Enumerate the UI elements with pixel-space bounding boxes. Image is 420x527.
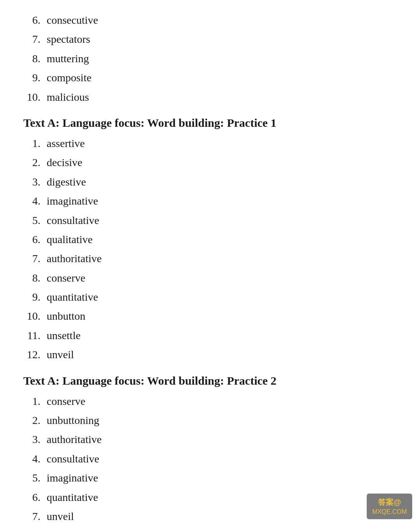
list-item: 7.unveil (23, 508, 397, 525)
item-word: spectators (47, 31, 90, 47)
list-item: 8.conserve (23, 270, 397, 286)
item-word: conserve (47, 270, 86, 286)
watermark-line2: MXQE.COM (372, 508, 407, 516)
item-number: 4. (23, 193, 47, 209)
item-number: 5. (23, 212, 47, 229)
list-item: 1.conserve (23, 393, 397, 410)
list-item: 1.assertive (23, 135, 397, 152)
list-item: 6.quantitative (23, 489, 397, 506)
item-word: decisive (47, 154, 82, 171)
item-number: 8. (23, 50, 47, 67)
item-word: composite (47, 69, 91, 86)
item-number: 1. (23, 393, 47, 410)
section2-heading: Text A: Language focus: Word building: P… (23, 374, 397, 387)
list-item: 3.digestive (23, 173, 397, 190)
section1: Text A: Language focus: Word building: P… (23, 116, 397, 363)
item-word: quantitative (47, 489, 98, 506)
item-word: unveil (47, 508, 74, 525)
item-word: qualitative (47, 231, 93, 248)
list-item: 3.authoritative (23, 431, 397, 448)
item-number: 3. (23, 173, 47, 190)
list-item: 6.qualitative (23, 231, 397, 248)
item-number: 7. (23, 31, 47, 47)
item-number: 2. (23, 154, 47, 171)
list-item: 8.muttering (23, 50, 397, 67)
item-number: 8. (23, 270, 47, 286)
item-number: 6. (23, 231, 47, 248)
item-word: imaginative (47, 193, 98, 209)
item-number: 9. (23, 69, 47, 86)
list-item: 9.quantitative (23, 289, 397, 305)
list-item: 12.unveil (23, 346, 397, 363)
item-number: 7. (23, 250, 47, 267)
item-word: consecutive (47, 12, 98, 28)
item-number: 10. (23, 89, 47, 105)
item-number: 9. (23, 289, 47, 305)
item-number: 11. (23, 327, 47, 344)
list-item: 4.consultative (23, 450, 397, 467)
list-item: 9.composite (23, 69, 397, 86)
list-item: 10.unbutton (23, 308, 397, 324)
item-word: unsettle (47, 327, 80, 344)
list-item: 6.consecutive (23, 12, 397, 28)
item-word: quantitative (47, 289, 98, 305)
list-item: 4.imaginative (23, 193, 397, 209)
watermark: 答案@ MXQE.COM (367, 494, 412, 519)
item-word: consultative (47, 450, 99, 467)
item-number: 2. (23, 412, 47, 429)
item-word: imaginative (47, 469, 98, 486)
list-item: 5.consultative (23, 212, 397, 229)
list-item: 10.malicious (23, 89, 397, 105)
item-number: 3. (23, 431, 47, 448)
item-number: 6. (23, 489, 47, 506)
list-item: 7.authoritative (23, 250, 397, 267)
section1-heading: Text A: Language focus: Word building: P… (23, 116, 397, 130)
list-item: 2.decisive (23, 154, 397, 171)
item-word: digestive (47, 173, 86, 190)
item-number: 1. (23, 135, 47, 152)
item-word: malicious (47, 89, 89, 105)
intro-list: 6.consecutive7.spectators8.muttering9.co… (23, 12, 397, 105)
item-number: 12. (23, 346, 47, 363)
item-word: muttering (47, 50, 89, 67)
item-word: consultative (47, 212, 99, 229)
item-number: 4. (23, 450, 47, 467)
item-word: authoritative (47, 250, 102, 267)
item-number: 6. (23, 12, 47, 28)
item-word: unbuttoning (47, 412, 99, 429)
item-word: assertive (47, 135, 85, 152)
item-number: 10. (23, 308, 47, 324)
list-item: 7.spectators (23, 31, 397, 47)
list-item: 11.unsettle (23, 327, 397, 344)
item-word: authoritative (47, 431, 102, 448)
item-number: 5. (23, 469, 47, 486)
list-item: 5.imaginative (23, 469, 397, 486)
watermark-line1: 答案@ (372, 497, 407, 508)
item-word: unveil (47, 346, 74, 363)
item-number: 7. (23, 508, 47, 525)
item-word: conserve (47, 393, 86, 410)
list-item: 2.unbuttoning (23, 412, 397, 429)
section2: Text A: Language focus: Word building: P… (23, 374, 397, 527)
item-word: unbutton (47, 308, 86, 324)
